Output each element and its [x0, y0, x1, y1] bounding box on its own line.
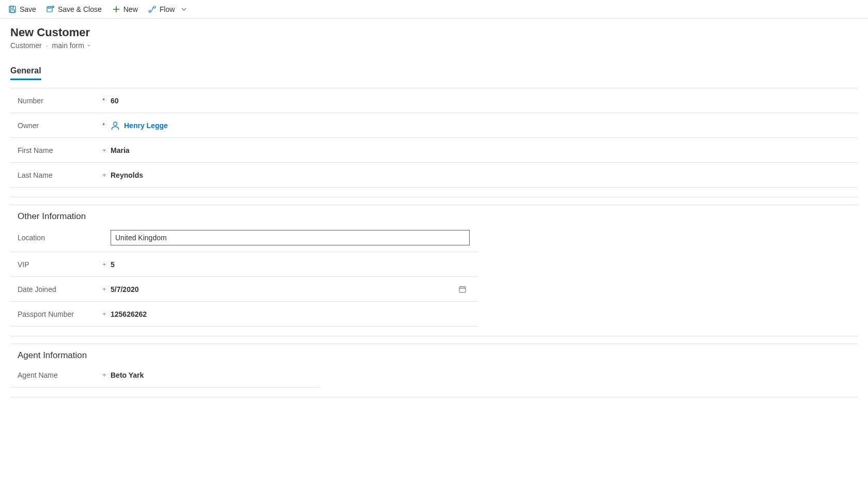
new-button[interactable]: New [112, 5, 138, 13]
required-marker: * [102, 121, 111, 129]
field-value: Beto Yark [111, 371, 313, 379]
svg-rect-4 [48, 7, 51, 8]
breadcrumb-separator: · [46, 41, 48, 50]
save-icon [8, 5, 17, 13]
field-label: VIP [18, 260, 102, 269]
field-value: 60 [111, 97, 850, 105]
save-label: Save [20, 5, 36, 13]
field-date-joined[interactable]: Date Joined + 5/7/2020 [10, 277, 478, 302]
field-label: Location [18, 234, 102, 242]
command-bar: Save Save & Close New [0, 0, 868, 19]
recommended-marker: + [102, 371, 111, 379]
field-vip[interactable]: VIP + 5 [10, 252, 478, 277]
svg-point-7 [149, 10, 151, 12]
field-label: Agent Name [18, 371, 102, 379]
field-value: 5/7/2020 [111, 285, 458, 293]
section-agent-information: Agent Information Agent Name + Beto Yark [10, 344, 858, 397]
field-location[interactable]: Location [10, 224, 478, 252]
save-close-button[interactable]: Save & Close [47, 5, 102, 13]
chevron-down-icon [180, 5, 188, 13]
page-header: New Customer Customer · main form [0, 19, 868, 53]
section-general: Number * 60 Owner * Henry Legge First Na… [10, 88, 858, 197]
breadcrumb: Customer · main form [10, 41, 858, 50]
field-number[interactable]: Number * 60 [10, 88, 858, 113]
section-other-information: Other Information Location VIP + 5 Date … [10, 205, 858, 336]
svg-point-9 [114, 122, 117, 126]
field-value: Henry Legge [111, 121, 850, 130]
save-close-icon [47, 5, 55, 13]
field-value: 5 [111, 260, 471, 269]
field-value: Reynolds [111, 171, 850, 179]
svg-rect-2 [10, 10, 14, 12]
recommended-marker: + [102, 310, 111, 318]
flow-label: Flow [160, 5, 175, 13]
svg-rect-1 [10, 6, 13, 8]
tab-bar: General [0, 63, 868, 81]
location-input[interactable] [111, 230, 470, 245]
section-title: Agent Information [10, 344, 858, 363]
section-title: Other Information [10, 205, 858, 224]
field-first-name[interactable]: First Name + Maria [10, 138, 858, 163]
new-label: New [123, 5, 138, 13]
required-marker: * [102, 97, 111, 104]
field-owner[interactable]: Owner * Henry Legge [10, 113, 858, 138]
field-last-name[interactable]: Last Name + Reynolds [10, 163, 858, 188]
calendar-icon[interactable] [458, 285, 467, 293]
page-title: New Customer [10, 26, 858, 39]
save-close-label: Save & Close [58, 5, 102, 13]
svg-point-8 [153, 6, 156, 8]
flow-icon [148, 5, 157, 13]
plus-icon [112, 5, 120, 13]
recommended-marker: + [102, 260, 111, 268]
tab-general[interactable]: General [10, 63, 41, 80]
person-icon [111, 121, 120, 130]
recommended-marker: + [102, 285, 111, 293]
flow-button[interactable]: Flow [148, 5, 189, 13]
field-label: Passport Number [18, 310, 102, 318]
field-value: 125626262 [111, 310, 471, 318]
recommended-marker: + [102, 146, 111, 154]
field-value: Maria [111, 146, 850, 154]
form-name: main form [52, 41, 84, 50]
form-selector[interactable]: main form [52, 41, 91, 50]
field-label: First Name [18, 146, 102, 154]
field-agent-name[interactable]: Agent Name + Beto Yark [10, 363, 320, 388]
owner-link[interactable]: Henry Legge [124, 121, 168, 130]
entity-name: Customer [10, 41, 42, 50]
field-label: Owner [18, 121, 102, 130]
svg-rect-10 [459, 287, 466, 292]
recommended-marker: + [102, 171, 111, 179]
field-label: Number [18, 97, 102, 105]
field-label: Date Joined [18, 285, 102, 293]
field-label: Last Name [18, 171, 102, 179]
chevron-down-icon [86, 43, 91, 48]
field-passport-number[interactable]: Passport Number + 125626262 [10, 302, 478, 327]
save-button[interactable]: Save [8, 5, 36, 13]
